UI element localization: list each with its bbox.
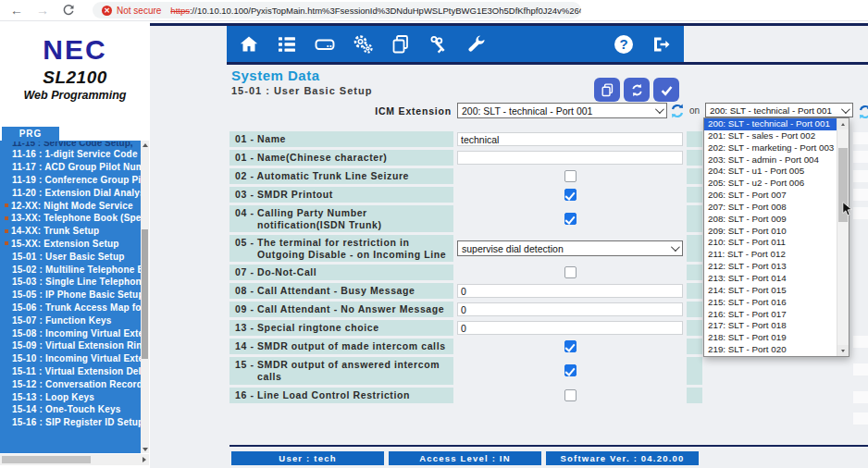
dropdown-option[interactable]: 202: SLT - marketing - Port 003 <box>704 142 837 154</box>
row-checkbox[interactable] <box>564 364 577 376</box>
row-text-input[interactable] <box>457 321 683 335</box>
sidebar-menu-item[interactable]: 15-08 : Incoming Virtual Extension Ri <box>0 326 141 339</box>
sidebar-vertical-scrollbar[interactable] <box>141 141 149 453</box>
sidebar-menu-item[interactable]: 15-16 : SIP Register ID Setup for Ext <box>0 416 141 429</box>
help-icon[interactable]: ? <box>613 33 635 55</box>
sidebar-menu-item[interactable]: 12-XX: Night Mode Service <box>0 199 141 212</box>
dropdown-option[interactable]: 215: SLT - Port 016 <box>704 297 837 309</box>
sidebar-menu-item[interactable]: 15-10 : Incoming Virtual Extension Ri <box>0 352 141 365</box>
settings-gears-icon[interactable] <box>352 33 374 55</box>
dropdown-option[interactable]: 217: SLT - Port 018 <box>704 320 837 332</box>
dropdown-option[interactable]: 209: SLT - Port 010 <box>704 226 837 238</box>
browser-back-icon[interactable]: ← <box>7 1 26 19</box>
home-icon[interactable] <box>238 33 260 55</box>
dropdown-option[interactable]: 204: SLT - u1 - Port 005 <box>704 166 837 178</box>
icm-extension-label: ICM Extension <box>270 105 452 117</box>
sidebar-menu-item[interactable]: 15-03 : Single Line Telephone Basic S <box>0 276 141 289</box>
dropdown-option[interactable]: 211: SLT - Port 012 <box>704 249 837 261</box>
action-buttons <box>594 78 679 102</box>
copy-pages-icon[interactable] <box>390 33 412 55</box>
sidebar-menu-item[interactable]: 15-09 : Virtual Extension Ring Assign <box>0 339 141 352</box>
scroll-down-icon[interactable] <box>837 345 849 356</box>
row-text-input[interactable] <box>457 284 683 298</box>
sidebar-menu-item[interactable]: 15-07 : Function Keys <box>0 314 141 326</box>
row-text-input[interactable] <box>457 132 683 146</box>
copy-button[interactable] <box>594 78 620 102</box>
sidebar-menu-item[interactable]: 15-05 : IP Phone Basic Setup <box>0 289 141 302</box>
list-menu-icon[interactable] <box>276 33 298 55</box>
scroll-up-icon[interactable] <box>837 118 849 129</box>
dropdown-option[interactable]: 201: SLT - sales - Port 002 <box>704 130 837 142</box>
sidebar-menu-item[interactable]: 15-14 : One-Touch Keys <box>0 403 141 416</box>
sidebar-item-clipped[interactable]: 11-15 : Service Code Setup, <box>0 142 141 148</box>
browser-reload-icon[interactable] <box>59 1 78 19</box>
sidebar-menu-item[interactable]: 13-XX: Telephone Book (Speed Dial) <box>0 212 141 225</box>
sidebar-menu-item[interactable]: 15-02 : Multiline Telephone Basic Set <box>0 263 141 276</box>
refresh-button[interactable] <box>624 78 650 102</box>
sync-refresh-icon[interactable] <box>669 103 686 119</box>
sync-refresh-icon-clipped[interactable] <box>857 104 868 120</box>
dropdown-option[interactable]: 213: SLT - Port 014 <box>704 273 837 285</box>
bullet-icon <box>5 241 8 245</box>
url-text[interactable]: https://10.10.10.100/PyxisTopMain.htm%3F… <box>170 6 581 16</box>
sidebar-menu-item[interactable]: 15-13 : Loop Keys <box>0 390 141 403</box>
sidebar-menu-item[interactable]: 11-20 : Extension Dial Analysis Table <box>0 186 141 199</box>
storage-drive-icon[interactable] <box>314 33 336 55</box>
row-checkbox[interactable] <box>564 213 577 225</box>
address-bar[interactable]: ✕ Not secure https://10.10.10.100/PyxisT… <box>93 2 581 18</box>
dropdown-option[interactable]: 200: SLT - technical - Port 001 <box>704 118 837 130</box>
clipped-label-sliver <box>687 168 702 184</box>
sidebar-menu-item[interactable]: 15-01 : User Basic Setup <box>0 250 141 263</box>
browser-forward-icon[interactable]: → <box>33 1 52 19</box>
row-text-input[interactable] <box>457 151 683 165</box>
dropdown-scrollbar[interactable] <box>837 118 849 356</box>
row-label: 07 - Do-Not-Call <box>229 265 453 280</box>
row-checkbox[interactable] <box>564 170 577 182</box>
apply-check-button[interactable] <box>653 78 679 102</box>
dropdown-option[interactable]: 206: SLT - Port 007 <box>704 190 837 202</box>
tab-prg[interactable]: PRG <box>2 127 59 141</box>
sidebar-item-label: 15-09 : Virtual Extension Ring Assign <box>12 340 141 351</box>
dropdown-option[interactable]: 210: SLT - Port 011 <box>704 237 837 249</box>
dropdown-option[interactable]: 203: SLT - admin - Port 004 <box>704 154 837 166</box>
sidebar-menu-item[interactable]: 11-19 : Conference Group Pilot Numb <box>0 174 141 187</box>
scroll-right-icon[interactable] <box>140 456 148 463</box>
scroll-down-icon[interactable] <box>141 445 149 453</box>
not-secure-icon[interactable]: ✕ <box>102 6 112 16</box>
dropdown-option[interactable]: 218: SLT - Port 019 <box>704 332 837 344</box>
sidebar-menu-item[interactable]: 15-06 : Trunk Access Map for Extens <box>0 302 141 314</box>
row-select[interactable]: supervise dial detection <box>457 240 683 256</box>
row-checkbox[interactable] <box>564 266 577 278</box>
dropdown-option[interactable]: 207: SLT - Port 008 <box>704 202 837 214</box>
scroll-up-icon[interactable] <box>141 141 149 149</box>
sidebar-horizontal-scrollbar[interactable] <box>0 454 149 465</box>
status-user: User : tech <box>231 451 384 465</box>
sidebar-menu-item[interactable]: 15-11 : Virtual Extension Delayed Rin <box>0 365 141 378</box>
sidebar-menu-item[interactable]: 11-17 : ACD Group Pilot Numbers <box>0 161 141 174</box>
maintenance-tools-icon[interactable] <box>428 33 450 55</box>
wrench-icon[interactable] <box>465 33 488 55</box>
row-checkbox[interactable] <box>564 340 577 352</box>
sidebar-menu-item[interactable]: 15-12 : Conversation Recording Dest <box>0 377 141 390</box>
dropdown-option[interactable]: 212: SLT - Port 013 <box>704 261 837 273</box>
scrollbar-thumb[interactable] <box>2 456 91 463</box>
dropdown-option[interactable]: 205: SLT - u2 - Port 006 <box>704 178 837 190</box>
dropdown-option[interactable]: 214: SLT - Port 015 <box>704 285 837 297</box>
dropdown-option[interactable]: 216: SLT - Port 017 <box>704 309 837 321</box>
row-checkbox[interactable] <box>564 189 577 201</box>
form-row: 13 - Special ringtone choice <box>229 320 703 336</box>
chevron-down-icon <box>671 242 680 252</box>
sidebar-menu-item[interactable]: 14-XX: Trunk Setup <box>0 225 141 238</box>
row-text-input[interactable] <box>457 302 683 316</box>
sidebar-item-label: 11-17 : ACD Group Pilot Numbers <box>12 162 141 172</box>
scrollbar-thumb[interactable] <box>142 229 148 359</box>
sidebar-menu-item[interactable]: 15-XX: Extension Setup <box>0 238 141 251</box>
dropdown-option[interactable]: 208: SLT - Port 009 <box>704 214 837 226</box>
icm-extension-select[interactable]: 200: SLT - technical - Port 001 <box>457 103 667 118</box>
logout-icon[interactable] <box>651 33 673 55</box>
row-label: 16 - Line Load Control Restriction <box>229 388 453 403</box>
row-checkbox[interactable] <box>564 389 577 401</box>
sidebar-menu-item[interactable]: 11-16 : 1-digit Service Code Setup <box>0 148 141 161</box>
icm-extension-select-open[interactable]: 200: SLT - technical - Port 001 <box>705 103 853 117</box>
dropdown-option[interactable]: 219: SLT - Port 020 <box>704 344 837 356</box>
